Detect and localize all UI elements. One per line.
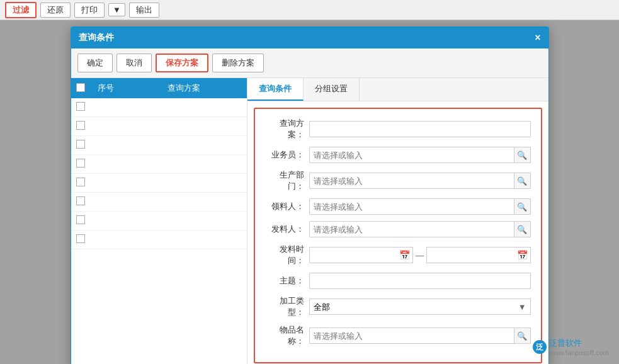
- item-search-icon[interactable]: 🔍: [514, 328, 530, 343]
- label-dept: 生产部门：: [265, 169, 309, 192]
- plan-list: [71, 98, 247, 364]
- filter-button[interactable]: 过滤: [5, 2, 37, 18]
- date-separator: —: [416, 251, 424, 260]
- row-checkbox-cell: [71, 156, 90, 172]
- row-checkbox[interactable]: [76, 215, 85, 224]
- row-checkbox-cell: [71, 232, 90, 247]
- watermark-logo-icon: 泛: [533, 340, 547, 354]
- row-checkbox[interactable]: [76, 178, 85, 186]
- left-panel-header: 序号 查询方案: [71, 78, 247, 98]
- delete-plan-button[interactable]: 删除方案: [212, 54, 264, 72]
- row-checkbox[interactable]: [76, 234, 85, 243]
- receiver-input[interactable]: [310, 201, 514, 213]
- calendar-end-icon[interactable]: 📅: [517, 250, 528, 260]
- row-seq: [90, 200, 122, 205]
- salesperson-input[interactable]: [310, 149, 514, 161]
- query-form: 查询方案： 业务员： 🔍 生产部门：: [254, 108, 542, 363]
- date-end-wrap: 📅: [426, 247, 531, 263]
- plan-row: [71, 117, 247, 136]
- row-checkbox[interactable]: [76, 159, 85, 168]
- dialog-close-button[interactable]: ×: [535, 33, 540, 43]
- input-plan[interactable]: [309, 121, 531, 137]
- dialog-body: 序号 查询方案: [71, 78, 548, 364]
- print-arrow-button[interactable]: ▼: [108, 3, 125, 16]
- row-checkbox[interactable]: [76, 121, 85, 130]
- row-seq: [90, 219, 122, 224]
- export-button[interactable]: 输出: [129, 3, 159, 18]
- row-seq: [90, 143, 122, 148]
- dept-search-icon[interactable]: 🔍: [514, 173, 530, 188]
- cancel-button[interactable]: 取消: [116, 54, 152, 72]
- restore-button[interactable]: 还原: [40, 3, 71, 18]
- dialog-action-bar: 确定 取消 保存方案 删除方案: [71, 48, 548, 78]
- label-type: 加工类型：: [265, 295, 309, 318]
- row-seq: [90, 237, 122, 242]
- left-panel: 序号 查询方案: [71, 78, 247, 364]
- row-checkbox-cell: [71, 175, 90, 191]
- plan-row: [71, 155, 247, 174]
- label-plan: 查询方案：: [265, 118, 309, 140]
- save-plan-button[interactable]: 保存方案: [156, 54, 208, 72]
- seq-header: 序号: [90, 80, 122, 96]
- issuer-input[interactable]: [310, 224, 514, 236]
- row-plan-name: [122, 181, 247, 186]
- item-input[interactable]: [310, 330, 514, 342]
- watermark-logo-text: 泛: [536, 342, 543, 353]
- label-issuer: 发料人：: [265, 224, 309, 235]
- row-seq: [90, 124, 122, 129]
- watermark-info: 泛普软件 www.fanpusoft.com: [549, 338, 609, 356]
- plan-row: [71, 136, 247, 155]
- label-salesperson: 业务员：: [265, 149, 309, 161]
- form-row-item: 物品名称： 🔍: [265, 324, 531, 347]
- row-plan-name: [122, 105, 247, 110]
- form-row-issuer: 发料人： 🔍: [265, 221, 531, 237]
- tab-query-conditions[interactable]: 查询条件: [247, 78, 304, 101]
- select-all-checkbox[interactable]: [76, 83, 85, 92]
- plan-header: 查询方案: [122, 80, 247, 96]
- row-plan-name: [122, 237, 247, 242]
- dept-input-wrap: 🔍: [309, 173, 531, 189]
- query-dialog: 查询条件 × 确定 取消 保存方案 删除方案 序号 查询方案: [71, 26, 549, 364]
- form-row-dept: 生产部门： 🔍: [265, 169, 531, 192]
- type-select[interactable]: 全部: [310, 301, 530, 313]
- date-start-wrap: 📅: [309, 247, 414, 263]
- plan-row: [71, 193, 247, 212]
- row-checkbox[interactable]: [76, 140, 85, 149]
- confirm-button[interactable]: 确定: [77, 54, 113, 72]
- salesperson-input-wrap: 🔍: [309, 147, 531, 163]
- dialog-title: 查询条件: [79, 32, 114, 43]
- watermark-url: www.fanpusoft.com: [549, 349, 609, 356]
- row-checkbox-cell: [71, 213, 90, 229]
- tab-group-settings[interactable]: 分组设置: [304, 78, 360, 101]
- dialog-header: 查询条件 ×: [71, 27, 548, 48]
- receiver-search-icon[interactable]: 🔍: [514, 199, 530, 214]
- dept-input[interactable]: [310, 175, 514, 187]
- print-button[interactable]: 打印: [74, 3, 105, 18]
- row-seq: [90, 105, 122, 110]
- tabs-header: 查询条件 分组设置: [247, 78, 548, 101]
- row-plan-name: [122, 219, 247, 224]
- calendar-start-icon[interactable]: 📅: [399, 250, 410, 260]
- row-checkbox-cell: [71, 118, 90, 134]
- form-row-issue-date: 发料时间： 📅 — 📅: [265, 244, 531, 266]
- row-plan-name: [122, 162, 247, 167]
- row-checkbox[interactable]: [76, 102, 85, 111]
- issuer-search-icon[interactable]: 🔍: [514, 222, 530, 237]
- row-checkbox[interactable]: [76, 196, 85, 205]
- date-end-input[interactable]: [429, 251, 517, 260]
- form-row-plan: 查询方案：: [265, 118, 531, 140]
- date-range-wrap: 📅 — 📅: [309, 247, 531, 263]
- watermark: 泛 泛普软件 www.fanpusoft.com: [533, 338, 609, 356]
- right-panel: 查询条件 分组设置 查询方案： 业务员： 🔍: [247, 78, 548, 364]
- label-item: 物品名称：: [265, 324, 309, 347]
- form-row-type: 加工类型： 全部 ▼: [265, 295, 531, 318]
- salesperson-search-icon[interactable]: 🔍: [514, 147, 530, 162]
- row-plan-name: [122, 124, 247, 129]
- date-start-input[interactable]: [312, 251, 400, 260]
- receiver-input-wrap: 🔍: [309, 198, 531, 215]
- plan-row: [71, 98, 247, 117]
- label-receiver: 领料人：: [265, 201, 309, 212]
- toolbar: 过滤 还原 打印 ▼ 输出: [0, 0, 619, 20]
- row-seq: [90, 181, 122, 186]
- subject-input[interactable]: [309, 273, 531, 289]
